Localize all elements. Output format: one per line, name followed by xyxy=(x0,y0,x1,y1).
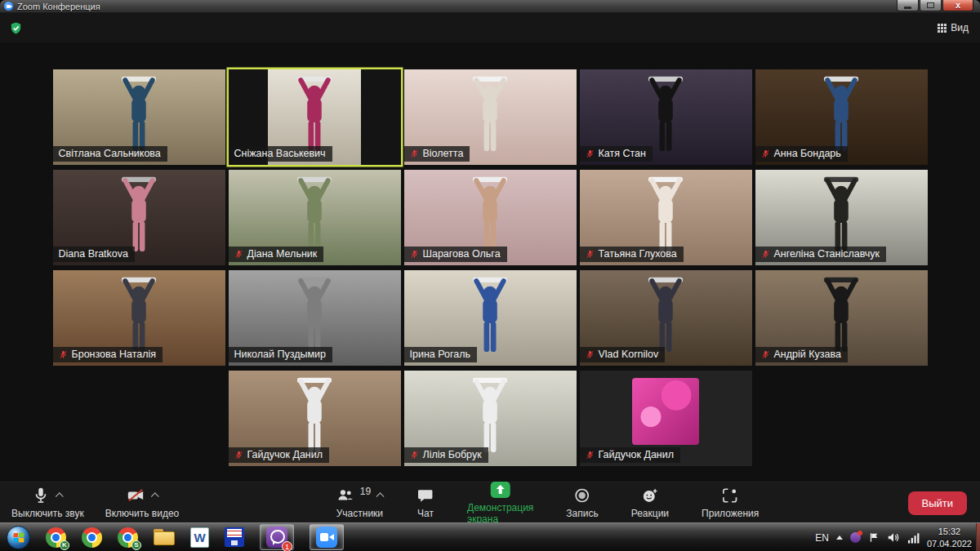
reactions-label: Реакции xyxy=(631,508,669,519)
participant-name-label: Анна Бондарь xyxy=(755,146,848,162)
reactions-button[interactable]: Реакции xyxy=(625,483,675,522)
participant-tile[interactable]: Николай Пуздымир xyxy=(229,270,401,366)
participant-name-label: Гайдучок Данил xyxy=(580,447,681,463)
record-icon xyxy=(573,487,591,504)
muted-mic-icon xyxy=(410,149,419,158)
participant-tile[interactable]: Ірина Рогаль xyxy=(404,270,577,366)
participant-tile[interactable]: Гайдучок Данил xyxy=(229,371,401,466)
muted-mic-icon xyxy=(761,350,770,359)
medoc-icon[interactable] xyxy=(225,527,244,547)
muted-mic-icon xyxy=(410,451,419,460)
participant-name: Андрій Кузава xyxy=(774,349,841,360)
taskbar-clock[interactable]: 15:32 07.04.2022 xyxy=(927,526,972,549)
camera-off-icon xyxy=(126,487,145,504)
record-label: Запись xyxy=(566,508,598,519)
view-button[interactable]: Вид xyxy=(934,20,972,35)
participant-tile[interactable]: Андрій Кузава xyxy=(755,270,928,366)
viber-taskbar-button[interactable]: 1 xyxy=(260,524,294,550)
participant-name: Diana Bratkova xyxy=(59,248,128,260)
record-button[interactable]: Запись xyxy=(559,483,604,522)
participant-name-label: Діана Мельник xyxy=(229,247,324,262)
share-screen-button[interactable]: Демонстрация экрана xyxy=(461,478,540,527)
chat-button[interactable]: Чат xyxy=(410,483,441,522)
muted-mic-icon xyxy=(586,451,595,460)
participant-name: Татьяна Глухова xyxy=(599,248,677,260)
meeting-toolbar: Выключить звук Включить видео xyxy=(0,482,980,522)
participant-tile[interactable]: Діана Мельник xyxy=(229,170,401,265)
maximize-button[interactable] xyxy=(920,0,942,11)
minimize-button[interactable] xyxy=(897,0,919,11)
network-icon[interactable] xyxy=(907,532,920,544)
participant-tile[interactable]: Катя Стан xyxy=(580,69,752,165)
language-indicator[interactable]: EN xyxy=(815,532,829,544)
participant-tile[interactable]: Світлана Сальникова xyxy=(53,69,225,165)
chat-icon xyxy=(416,487,434,504)
participant-name-label: Николай Пуздымир xyxy=(229,347,333,362)
zoom-app-icon xyxy=(4,2,13,11)
apps-icon xyxy=(721,487,739,504)
start-button[interactable] xyxy=(7,526,30,549)
reactions-icon xyxy=(641,487,659,504)
security-shield-icon[interactable] xyxy=(9,21,23,35)
participant-tile[interactable]: Шарагова Ольга xyxy=(404,170,577,265)
participant-tile[interactable]: Лілія Бобрук xyxy=(404,371,577,466)
participant-tile[interactable]: Віолетта xyxy=(404,69,577,165)
close-button[interactable]: x xyxy=(942,0,973,11)
viber-icon: 1 xyxy=(266,527,287,548)
participant-name: Віолетта xyxy=(423,148,464,159)
zoom-taskbar-button[interactable] xyxy=(310,524,344,550)
video-options-chevron[interactable] xyxy=(151,492,159,500)
zoom-window: Zoom Конференция x Вид xyxy=(0,0,980,522)
chrome-icon[interactable] xyxy=(82,527,102,548)
participant-avatar-image xyxy=(632,378,699,445)
participants-chevron[interactable] xyxy=(376,492,385,500)
participant-name: Діана Мельник xyxy=(247,248,318,260)
muted-mic-icon xyxy=(761,250,770,259)
apps-button[interactable]: Приложения xyxy=(695,483,765,522)
viber-tray-icon[interactable] xyxy=(850,532,861,543)
participant-tile[interactable]: Ангеліна Станіславчук xyxy=(755,170,928,265)
mute-audio-button[interactable]: Выключить звук xyxy=(5,483,91,522)
participant-name-label: Лілія Бобрук xyxy=(404,447,488,463)
viber-badge: 1 xyxy=(282,541,292,551)
participant-tile[interactable]: Бронзова Наталія xyxy=(53,270,225,366)
participant-name-label: Віолетта xyxy=(404,146,470,162)
participant-name: Шарагова Ольга xyxy=(423,248,501,260)
participant-tile[interactable]: Анна Бондарь xyxy=(755,69,928,165)
participant-tile[interactable]: Diana Bratkova xyxy=(53,170,225,265)
audio-options-chevron[interactable] xyxy=(56,492,64,500)
share-screen-label: Демонстрация экрана xyxy=(467,502,533,525)
participant-name-label: Diana Bratkova xyxy=(53,247,135,262)
chrome-profile-k-icon[interactable]: K xyxy=(46,527,66,548)
chrome-profile-s-icon[interactable]: S xyxy=(118,527,138,548)
view-button-label: Вид xyxy=(951,22,969,33)
taskbar-apps: K S W 1 xyxy=(0,524,344,550)
participant-name-label: Vlad Kornilov xyxy=(580,347,666,362)
file-explorer-icon[interactable] xyxy=(154,529,175,545)
volume-icon[interactable] xyxy=(887,531,900,544)
leave-meeting-button[interactable]: Выйти xyxy=(908,491,968,515)
share-screen-icon xyxy=(490,481,511,499)
participant-tile[interactable]: Гайдучок Данил xyxy=(580,371,752,466)
participant-tile[interactable]: Vlad Kornilov xyxy=(580,270,752,366)
participants-button[interactable]: 19 Участники xyxy=(329,483,390,522)
participant-tile[interactable]: Сніжана Васькевич xyxy=(229,69,401,165)
screen: Zoom Конференция x Вид xyxy=(0,0,980,551)
word-icon[interactable]: W xyxy=(190,527,209,548)
participant-name: Лілія Бобрук xyxy=(423,449,482,460)
window-titlebar: Zoom Конференция x xyxy=(0,0,980,13)
hidden-icons-arrow[interactable] xyxy=(836,535,843,540)
start-video-button[interactable]: Включить видео xyxy=(99,483,186,522)
participant-tile[interactable]: Татьяна Глухова xyxy=(580,170,752,265)
participants-icon xyxy=(336,487,355,504)
participant-name-label: Катя Стан xyxy=(580,146,653,162)
video-grid: Світлана Сальникова Сніжана Васькевич xyxy=(51,69,929,466)
action-center-flag-icon[interactable] xyxy=(868,531,880,544)
muted-mic-icon xyxy=(761,149,770,158)
participant-name-label: Андрій Кузава xyxy=(755,347,848,362)
muted-mic-icon xyxy=(59,350,68,359)
participant-name-label: Сніжана Васькевич xyxy=(229,146,332,162)
show-desktop-button[interactable] xyxy=(976,523,980,551)
participant-name: Гайдучок Данил xyxy=(247,449,323,460)
participant-name-label: Гайдучок Данил xyxy=(229,447,330,463)
